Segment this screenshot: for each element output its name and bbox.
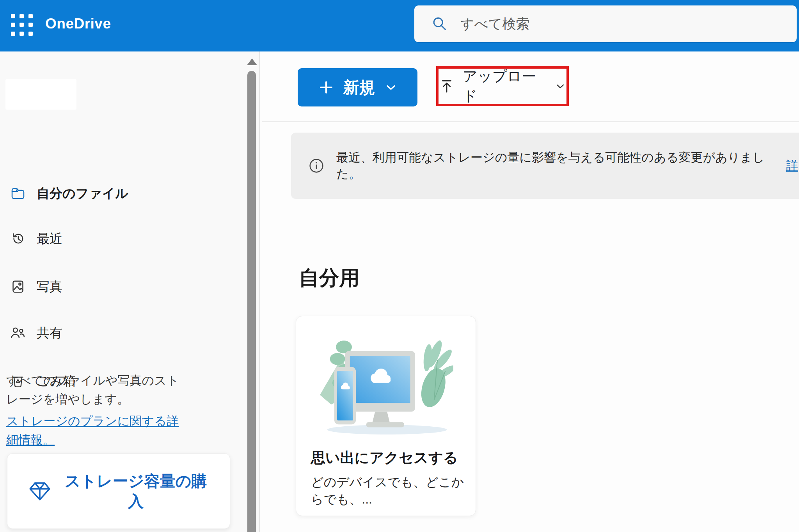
sidebar-item-label: 最近 (37, 230, 62, 248)
chevron-down-icon (554, 80, 566, 92)
sidebar-item-photos[interactable]: 写真 (0, 274, 62, 299)
scrollbar-up-arrow[interactable] (247, 59, 257, 65)
search-placeholder: すべて検索 (460, 15, 529, 33)
buy-storage-button[interactable]: ストレージ容量の購入 (7, 453, 230, 529)
people-icon (10, 325, 26, 341)
upload-button-label: アップロード (463, 67, 546, 106)
info-icon (307, 157, 325, 175)
devices-cloud-illustration (319, 336, 453, 436)
app-title: OneDrive (45, 16, 111, 32)
app-header: OneDrive すべて検索 (0, 0, 799, 51)
diamond-icon (27, 478, 53, 504)
search-input[interactable]: すべて検索 (414, 5, 797, 42)
section-title-for-me: 自分用 (299, 264, 360, 292)
chevron-down-icon (384, 80, 398, 94)
upload-arrow-icon (439, 78, 455, 94)
memories-card-subtitle: どのデバイスでも、どこからでも、... (311, 474, 476, 508)
history-icon (10, 231, 26, 246)
new-button-label: 新規 (343, 77, 375, 98)
new-button[interactable]: 新規 (298, 68, 417, 106)
storage-promo-text: すべてのファイルや写真のストレージを増やします。 (6, 374, 179, 406)
upload-button-highlighted[interactable]: アップロード (436, 66, 569, 106)
onedrive-app: OneDrive すべて検索 自分のファイル (0, 0, 799, 532)
folder-icon (10, 186, 26, 201)
photo-icon (10, 279, 26, 294)
plus-icon (318, 79, 335, 96)
memories-card[interactable]: 思い出にアクセスする どのデバイスでも、どこからでも、... (296, 316, 476, 516)
storage-promo: すべてのファイルや写真のストレージを増やします。 ストレージのプランに関する詳細… (6, 371, 183, 449)
banner-details-link[interactable]: 詳 (786, 158, 798, 174)
app-launcher-waffle-icon[interactable] (11, 14, 34, 37)
user-name-redacted (5, 79, 76, 110)
sidebar-item-my-files[interactable]: 自分のファイル (0, 181, 128, 206)
banner-message: 最近、利用可能なストレージの量に影響を与える可能性のある変更がありました。 (336, 149, 786, 182)
storage-plans-link[interactable]: ストレージのプランに関する詳細情報。 (6, 412, 183, 449)
sidebar-item-shared[interactable]: 共有 (0, 321, 62, 346)
storage-change-banner: 最近、利用可能なストレージの量に影響を与える可能性のある変更がありました。 詳 (291, 133, 799, 199)
sidebar-item-label: 共有 (37, 325, 62, 342)
buy-storage-label: ストレージ容量の購入 (53, 471, 230, 511)
sidebar-item-label: 自分のファイル (37, 185, 128, 202)
sidebar-item-label: 写真 (37, 278, 62, 296)
sidebar-divider (259, 51, 260, 532)
scrollbar-thumb[interactable] (247, 71, 256, 532)
memories-card-title: 思い出にアクセスする (311, 448, 476, 468)
sidebar-item-recent[interactable]: 最近 (0, 226, 62, 251)
toolbar-divider (262, 121, 799, 122)
search-icon (431, 15, 449, 33)
